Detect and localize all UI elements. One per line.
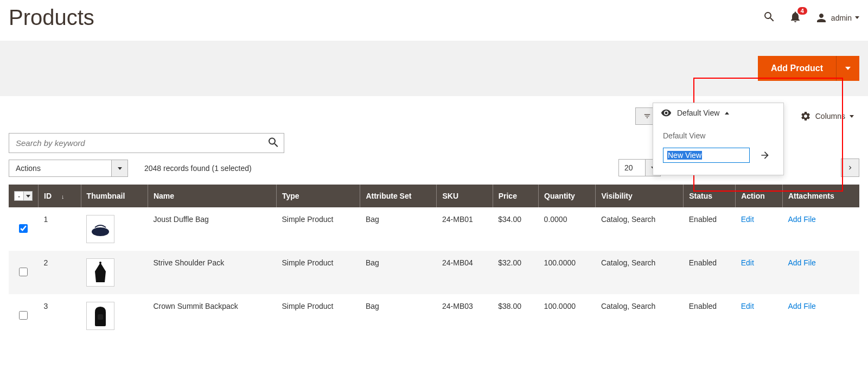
svg-point-0 (92, 227, 109, 236)
cell-thumbnail (81, 251, 148, 294)
cell-status: Enabled (684, 294, 736, 338)
action-bar: Add Product (0, 41, 868, 96)
col-status[interactable]: Status (684, 185, 736, 207)
notification-badge: 4 (797, 7, 807, 15)
col-attribute-set[interactable]: Attribute Set (360, 185, 437, 207)
funnel-icon (643, 112, 651, 120)
select-all-toggle[interactable] (24, 191, 33, 201)
cell-status: Enabled (684, 207, 736, 251)
cell-status: Enabled (684, 251, 736, 294)
cell-quantity: 0.0000 (539, 207, 596, 251)
cell-thumbnail (81, 207, 148, 251)
row-checkbox[interactable] (19, 224, 28, 233)
arrow-right-icon (760, 150, 770, 161)
cell-id: 2 (39, 251, 81, 294)
cell-attribute-set: Bag (360, 294, 437, 338)
admin-user-menu[interactable]: admin (815, 11, 859, 24)
col-id[interactable]: ID↓ (39, 185, 81, 207)
svg-point-1 (99, 262, 101, 264)
col-name[interactable]: Name (148, 185, 276, 207)
table-row: 1 Joust Duffle Bag Simple Product Bag 24… (9, 207, 859, 251)
chevron-right-icon (846, 164, 854, 172)
col-action[interactable]: Action (736, 185, 783, 207)
caret-down-icon (845, 67, 851, 70)
product-thumbnail[interactable] (86, 258, 114, 287)
cell-name: Crown Summit Backpack (148, 294, 276, 338)
table-row: 3 Crown Summit Backpack Simple Product B… (9, 294, 859, 338)
product-thumbnail[interactable] (86, 302, 114, 330)
sort-down-icon: ↓ (61, 193, 65, 200)
add-file-link[interactable]: Add File (788, 215, 815, 224)
edit-link[interactable]: Edit (741, 302, 754, 310)
add-product-button[interactable]: Add Product (758, 56, 836, 81)
search-submit-icon[interactable] (267, 136, 280, 150)
search-icon[interactable] (763, 10, 776, 25)
caret-up-icon (725, 112, 729, 115)
cell-type: Simple Product (276, 207, 360, 251)
col-type[interactable]: Type (276, 185, 360, 207)
col-visibility[interactable]: Visibility (596, 185, 684, 207)
products-table: - ID↓ Thumbnail Name Type Attribute Set … (9, 185, 859, 338)
add-file-link[interactable]: Add File (788, 302, 815, 310)
cell-id: 1 (39, 207, 81, 251)
edit-link[interactable]: Edit (741, 215, 754, 224)
cell-name: Strive Shoulder Pack (148, 251, 276, 294)
gear-icon (800, 111, 811, 122)
cell-visibility: Catalog, Search (596, 294, 684, 338)
row-checkbox[interactable] (19, 311, 28, 320)
new-view-input[interactable]: New View (663, 148, 750, 163)
cell-price: $32.00 (493, 251, 538, 294)
row-checkbox[interactable] (19, 268, 28, 276)
add-product-toggle[interactable] (836, 56, 859, 81)
cell-sku: 24-MB01 (437, 207, 493, 251)
caret-down-icon (26, 195, 30, 198)
cell-price: $34.00 (493, 207, 538, 251)
view-dropdown-toggle[interactable]: Default View (653, 103, 783, 123)
save-view-button[interactable] (760, 150, 770, 161)
caret-down-icon (118, 167, 122, 170)
cell-visibility: Catalog, Search (596, 251, 684, 294)
bulk-actions-select[interactable]: Actions (9, 160, 128, 177)
cell-type: Simple Product (276, 251, 360, 294)
records-found-text: 2048 records found (1 selected) (144, 164, 252, 173)
table-row: 2 Strive Shoulder Pack Simple Product Ba… (9, 251, 859, 294)
eye-icon (661, 107, 672, 118)
cell-attribute-set: Bag (360, 251, 437, 294)
add-file-link[interactable]: Add File (788, 258, 815, 267)
col-price[interactable]: Price (493, 185, 538, 207)
per-page-value[interactable]: 20 (618, 159, 646, 176)
cell-price: $38.00 (493, 294, 538, 338)
view-dropdown-label: Default View (663, 131, 774, 140)
cell-quantity: 100.0000 (539, 294, 596, 338)
admin-username: admin (831, 14, 852, 22)
col-thumbnail[interactable]: Thumbnail (81, 185, 148, 207)
select-all-indeterminate[interactable]: - (14, 191, 24, 201)
columns-button[interactable]: Columns (795, 107, 859, 125)
cell-attribute-set: Bag (360, 207, 437, 251)
col-select[interactable]: - (9, 185, 39, 207)
svg-rect-2 (98, 314, 103, 320)
cell-sku: 24-MB04 (437, 251, 493, 294)
edit-link[interactable]: Edit (741, 258, 754, 267)
cell-sku: 24-MB03 (437, 294, 493, 338)
cell-type: Simple Product (276, 294, 360, 338)
cell-quantity: 100.0000 (539, 251, 596, 294)
search-icon (267, 136, 280, 149)
caret-down-icon (855, 16, 859, 19)
product-thumbnail[interactable] (86, 215, 114, 243)
col-sku[interactable]: SKU (437, 185, 493, 207)
caret-down-icon (850, 115, 854, 118)
cell-thumbnail (81, 294, 148, 338)
cell-visibility: Catalog, Search (596, 207, 684, 251)
notifications-icon[interactable]: 4 (789, 10, 802, 25)
page-title: Products (9, 5, 94, 30)
view-dropdown: Default View Default View New View (653, 103, 784, 175)
cell-id: 3 (39, 294, 81, 338)
col-attachments[interactable]: Attachments (782, 185, 859, 207)
pager-next-button[interactable] (841, 158, 859, 177)
bulk-actions-toggle[interactable] (112, 160, 128, 177)
col-quantity[interactable]: Quantity (539, 185, 596, 207)
search-input[interactable] (9, 133, 284, 153)
cell-name: Joust Duffle Bag (148, 207, 276, 251)
